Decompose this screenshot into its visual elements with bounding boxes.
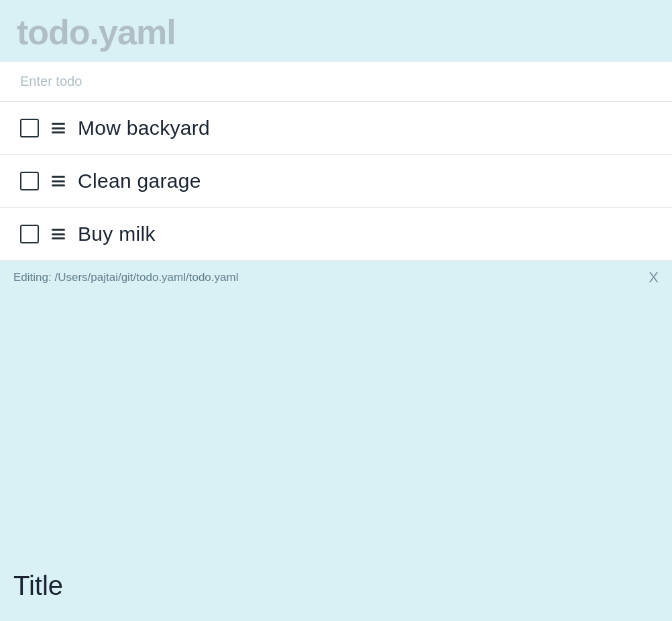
- todo-label-1: Mow backyard: [78, 117, 210, 139]
- bottom-area: Title: [0, 294, 672, 621]
- drag-icon-3[interactable]: [51, 227, 66, 241]
- todo-checkbox-3[interactable]: [20, 225, 39, 243]
- editing-path: Editing: /Users/pajtai/git/todo.yaml/tod…: [13, 271, 238, 284]
- todo-checkbox-1[interactable]: [20, 119, 39, 137]
- todo-list-container: Mow backyard Clean garage Buy milk: [0, 62, 672, 261]
- bottom-title: Title: [0, 571, 672, 601]
- list-item[interactable]: Clean garage: [0, 155, 672, 208]
- app-container: todo.yaml Mow backyard Clean garage: [0, 0, 672, 621]
- status-bar: Editing: /Users/pajtai/git/todo.yaml/tod…: [0, 261, 672, 294]
- todo-label-2: Clean garage: [78, 170, 201, 192]
- list-item[interactable]: Mow backyard: [0, 102, 672, 155]
- todo-input[interactable]: [20, 74, 652, 89]
- input-row: [0, 62, 672, 102]
- close-button[interactable]: X: [649, 270, 659, 285]
- drag-icon-1[interactable]: [51, 121, 66, 135]
- app-title: todo.yaml: [17, 12, 655, 52]
- drag-icon-2[interactable]: [51, 174, 66, 188]
- list-item[interactable]: Buy milk: [0, 208, 672, 261]
- todo-checkbox-2[interactable]: [20, 172, 39, 190]
- todo-label-3: Buy milk: [78, 223, 156, 245]
- header: todo.yaml: [0, 0, 672, 62]
